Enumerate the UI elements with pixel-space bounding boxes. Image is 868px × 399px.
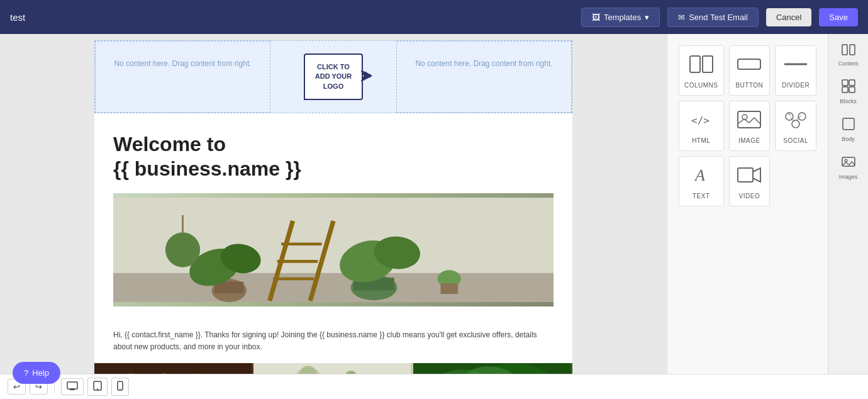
divider-label: DIVIDER xyxy=(782,82,810,89)
svg-rect-53 xyxy=(850,45,855,55)
svg-rect-55 xyxy=(849,80,855,86)
svg-point-45 xyxy=(798,113,806,120)
logo-placeholder[interactable]: CLICK TO ADD YOUR LOGO xyxy=(270,41,396,113)
html-icon: </> xyxy=(689,110,714,132)
help-icon: ? xyxy=(24,368,28,378)
image-tile[interactable]: IMAGE xyxy=(729,101,771,151)
svg-rect-61 xyxy=(67,382,77,389)
sidebar-images-label: Images xyxy=(839,174,858,180)
svg-rect-52 xyxy=(842,45,847,55)
columns-label: COLUMNS xyxy=(684,82,718,89)
image-label: IMAGE xyxy=(738,137,760,144)
templates-icon: 🖼 xyxy=(592,13,600,22)
header-cell-left[interactable]: No content here. Drag content from right… xyxy=(95,41,270,113)
divider-tile[interactable]: DIVIDER xyxy=(775,45,816,96)
save-button[interactable]: Save xyxy=(819,8,858,26)
email-body-text: Hi, {{ contact.first_name }}. Thanks for… xyxy=(94,319,572,363)
body-icon xyxy=(842,117,855,134)
email-header-row: No content here. Drag content from right… xyxy=(94,40,572,113)
svg-rect-57 xyxy=(849,87,855,93)
main-email-image xyxy=(113,193,554,306)
image-cell-1 xyxy=(94,363,253,374)
svg-point-43 xyxy=(742,115,747,120)
social-tile[interactable]: SOCIAL xyxy=(775,101,816,151)
svg-rect-1 xyxy=(113,273,554,302)
svg-text:</>: </> xyxy=(691,115,709,126)
app-header: test 🖼 Templates ▾ ✉ Send Test Email Can… xyxy=(0,0,868,34)
svg-rect-42 xyxy=(738,111,760,128)
templates-button[interactable]: 🖼 Templates ▾ xyxy=(581,8,660,27)
help-button[interactable]: ? Help xyxy=(13,362,60,384)
button-icon xyxy=(737,55,762,77)
svg-line-47 xyxy=(788,114,791,115)
svg-rect-58 xyxy=(843,118,854,130)
content-icon xyxy=(842,44,855,59)
sidebar-item-blocks[interactable]: Blocks xyxy=(831,74,866,110)
social-icon xyxy=(783,110,808,132)
social-label: SOCIAL xyxy=(783,137,808,144)
svg-rect-26 xyxy=(253,363,411,374)
email-canvas: No content here. Drag content from right… xyxy=(94,40,572,374)
svg-point-17 xyxy=(165,232,200,267)
svg-text:A: A xyxy=(694,166,705,184)
welcome-heading: Welcome to{{ business.name }} xyxy=(113,132,554,181)
text-icon: A xyxy=(689,166,714,188)
svg-rect-51 xyxy=(738,168,753,182)
video-label: VIDEO xyxy=(739,193,760,200)
button-label: BUTTON xyxy=(735,82,763,89)
sidebar-content-label: Content xyxy=(838,60,859,67)
divider-icon xyxy=(783,55,808,77)
mobile-view-button[interactable] xyxy=(111,378,129,396)
svg-rect-56 xyxy=(842,87,848,93)
content-tiles-grid: COLUMNS BUTTON xyxy=(674,40,821,211)
svg-rect-38 xyxy=(703,56,713,72)
panel-sidebar: Content Blocks xyxy=(828,34,868,374)
html-label: HTML xyxy=(692,137,710,144)
svg-point-60 xyxy=(845,159,847,162)
sidebar-blocks-label: Blocks xyxy=(840,98,857,104)
sidebar-item-content[interactable]: Content xyxy=(831,39,866,72)
svg-rect-16 xyxy=(440,283,458,294)
logo-tag: CLICK TO ADD YOUR LOGO xyxy=(304,53,363,100)
page-title: test xyxy=(10,12,574,23)
image-cell-3 xyxy=(413,363,572,374)
text-tile[interactable]: A TEXT xyxy=(679,156,724,206)
email-welcome-section: Welcome to{{ business.name }} xyxy=(94,113,572,319)
columns-icon xyxy=(689,55,714,77)
blocks-icon xyxy=(842,79,855,96)
svg-rect-19 xyxy=(94,363,252,374)
video-icon xyxy=(737,166,762,188)
sidebar-body-label: Body xyxy=(842,136,855,142)
panel-content: COLUMNS BUTTON xyxy=(667,34,828,374)
video-tile[interactable]: VIDEO xyxy=(729,156,771,206)
svg-point-65 xyxy=(97,388,98,390)
desktop-view-button[interactable] xyxy=(61,378,84,395)
three-image-row xyxy=(94,363,572,374)
right-panel: COLUMNS BUTTON xyxy=(667,34,868,374)
header-cell-right[interactable]: No content here. Drag content from right… xyxy=(396,41,572,113)
svg-rect-54 xyxy=(842,80,848,86)
html-tile[interactable]: </> HTML xyxy=(679,101,724,151)
image-cell-2 xyxy=(253,363,413,374)
columns-tile[interactable]: COLUMNS xyxy=(679,45,724,96)
sidebar-item-body[interactable]: Body xyxy=(831,112,866,147)
button-tile[interactable]: BUTTON xyxy=(729,45,771,96)
cancel-button[interactable]: Cancel xyxy=(766,8,811,26)
dropdown-chevron-icon: ▾ xyxy=(645,13,649,22)
svg-point-46 xyxy=(792,120,799,128)
image-icon xyxy=(737,110,762,132)
text-label: TEXT xyxy=(693,193,710,200)
images-icon xyxy=(842,155,855,172)
send-test-email-button[interactable]: ✉ Send Test Email xyxy=(667,8,759,27)
tablet-view-button[interactable] xyxy=(87,378,108,396)
bottom-toolbar: ↩ ↪ xyxy=(0,374,868,399)
svg-rect-39 xyxy=(738,59,760,69)
sidebar-item-images[interactable]: Images xyxy=(831,150,866,185)
svg-point-67 xyxy=(120,388,121,390)
canvas-area[interactable]: No content here. Drag content from right… xyxy=(0,34,667,374)
svg-rect-37 xyxy=(690,56,700,72)
email-icon: ✉ xyxy=(678,13,685,22)
main-layout: No content here. Drag content from right… xyxy=(0,34,868,374)
